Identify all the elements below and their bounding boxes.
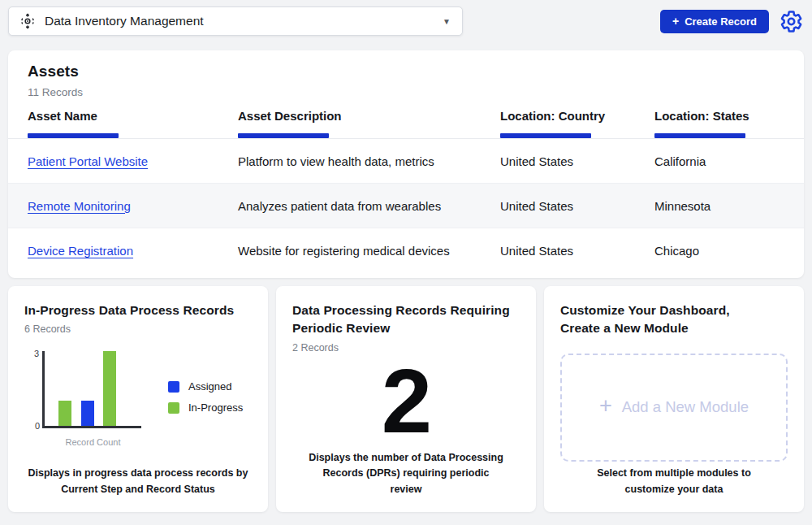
settings-gear-button[interactable] <box>780 9 804 33</box>
legend-label: Assigned <box>188 380 231 393</box>
y-tick-max: 3 <box>34 349 39 358</box>
x-axis-label: Record Count <box>42 437 144 447</box>
table-cell-description: Analyzes patient data from wearables <box>238 199 500 213</box>
column-header[interactable]: Location: States <box>654 109 784 138</box>
column-header-underline <box>28 133 119 138</box>
table-cell-country: United States <box>500 244 654 258</box>
add-new-module-button[interactable]: + Add a New Module <box>560 354 788 462</box>
periodic-review-card: Data Processing Records Requiring Period… <box>276 286 536 512</box>
assets-title: Assets <box>28 63 784 80</box>
create-record-label: Create Record <box>685 15 757 28</box>
plot-area: 3 0 Record Count <box>42 351 144 447</box>
column-header[interactable]: Asset Name <box>28 109 238 138</box>
asset-name-link[interactable]: Remote Monitoring <box>28 199 131 213</box>
assets-panel: Assets 11 Records Asset NameAsset Descri… <box>8 50 804 278</box>
table-row: Remote MonitoringAnalyzes patient data f… <box>8 184 804 228</box>
asset-name-link[interactable]: Device Registration <box>28 244 133 258</box>
column-header[interactable]: Location: Country <box>500 109 654 138</box>
column-header-underline <box>654 133 745 138</box>
table-cell-state: Minnesota <box>654 199 784 213</box>
column-header[interactable]: Asset Description <box>238 109 500 138</box>
assets-table-header: Asset NameAsset DescriptionLocation: Cou… <box>8 109 804 139</box>
table-cell-country: United States <box>500 199 654 213</box>
plus-icon: + <box>672 15 679 28</box>
module-selector-dropdown[interactable]: Data Inventory Management ▼ <box>8 7 463 36</box>
dashboard-modules: In-Progress Data Process Records 6 Recor… <box>8 286 804 512</box>
table-cell-state: California <box>654 154 784 168</box>
chart-legend: AssignedIn-Progress <box>168 380 243 447</box>
chevron-down-icon: ▼ <box>443 17 451 26</box>
periodic-review-count: 2 <box>382 356 430 447</box>
legend-item: Assigned <box>168 380 243 393</box>
column-header-label: Asset Name <box>28 109 238 123</box>
in-progress-records-card: In-Progress Data Process Records 6 Recor… <box>8 286 268 512</box>
y-tick-min: 0 <box>35 421 40 431</box>
data-inventory-icon <box>19 12 37 30</box>
card-title: In-Progress Data Process Records <box>24 302 252 319</box>
column-header-underline <box>500 133 591 138</box>
table-row: Patient Portal WebsitePlatform to view h… <box>8 139 804 184</box>
table-cell-state: Chicago <box>654 244 784 258</box>
table-cell-description: Website for registering medical devices <box>238 244 500 258</box>
plus-icon: + <box>599 395 612 417</box>
plot: 3 0 <box>42 351 141 428</box>
column-header-label: Asset Description <box>238 109 500 123</box>
legend-item: In-Progress <box>168 401 243 414</box>
assets-record-count: 11 Records <box>28 86 784 98</box>
column-header-underline <box>238 133 329 138</box>
card-record-count: 6 Records <box>24 323 252 335</box>
add-module-label: Add a New Module <box>622 398 749 416</box>
chart-bar-assigned <box>81 401 94 426</box>
card-description: Displays in progress data process record… <box>24 466 252 497</box>
assets-table-body: Patient Portal WebsitePlatform to view h… <box>8 139 804 273</box>
table-row: Device RegistrationWebsite for registeri… <box>8 228 804 273</box>
card-title: Customize Your Dashboard, Create a New M… <box>560 302 751 338</box>
table-cell-country: United States <box>500 154 654 168</box>
column-header-label: Location: States <box>654 109 784 123</box>
card-title: Data Processing Records Requiring Period… <box>292 302 520 338</box>
customize-dashboard-card: Customize Your Dashboard, Create a New M… <box>544 286 804 512</box>
legend-label: In-Progress <box>188 401 243 414</box>
big-number-wrap: 2 <box>292 354 520 450</box>
module-selector-value: Data Inventory Management <box>45 14 204 28</box>
table-cell-description: Platform to view health data, metrics <box>238 154 500 168</box>
gear-icon <box>780 10 804 33</box>
legend-swatch <box>168 402 179 414</box>
chart-bar-in-progress <box>58 401 71 426</box>
card-description: Displays the number of Data Processing R… <box>292 450 520 497</box>
legend-swatch <box>168 381 179 393</box>
bar-chart: 3 0 Record Count AssignedIn-Progress <box>24 351 252 447</box>
card-description: Select from multiple modules to customiz… <box>560 466 788 497</box>
asset-name-link[interactable]: Patient Portal Website <box>28 154 148 168</box>
topbar: Data Inventory Management ▼ + Create Rec… <box>0 0 812 42</box>
column-header-label: Location: Country <box>500 109 654 123</box>
create-record-button[interactable]: + Create Record <box>660 10 769 33</box>
chart-bar-in-progress <box>103 351 116 426</box>
